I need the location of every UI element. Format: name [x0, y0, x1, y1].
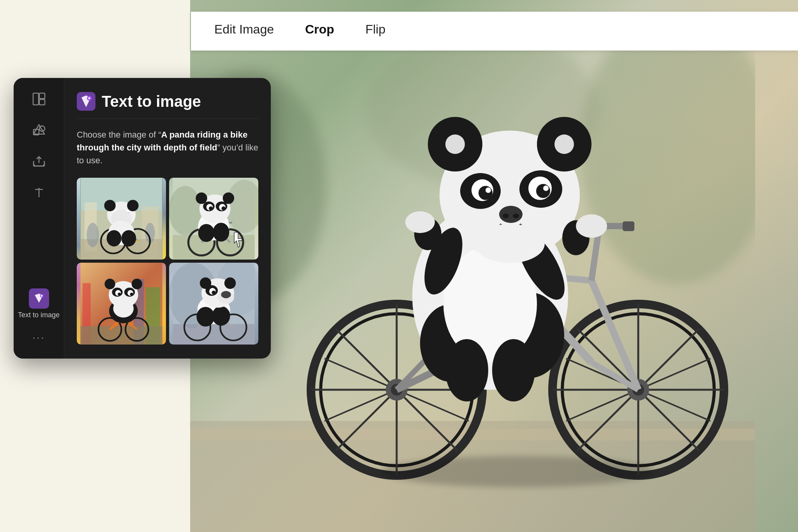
main-panda-image: [190, 31, 755, 532]
panel-header: Text to image: [77, 92, 258, 111]
panel-content: Text to image Choose the image of “A pan…: [64, 78, 271, 359]
sidebar-item-text-to-image[interactable]: Text to image: [15, 285, 63, 323]
svg-point-62: [503, 214, 509, 218]
svg-point-155: [104, 279, 115, 289]
sidebar-item-text[interactable]: [27, 181, 51, 204]
svg-point-52: [554, 134, 574, 154]
svg-point-111: [122, 230, 136, 246]
tab-flip[interactable]: Flip: [365, 22, 386, 40]
svg-point-58: [536, 184, 550, 198]
panel-description: Choose the image of “A panda riding a bi…: [77, 128, 258, 167]
svg-point-133: [223, 193, 234, 204]
svg-point-176: [221, 291, 231, 298]
svg-point-123: [198, 224, 215, 242]
image-option-4[interactable]: [169, 263, 258, 345]
svg-point-153: [118, 293, 121, 296]
left-panel: Text to image ... Text to image Choose: [14, 78, 271, 359]
svg-point-156: [132, 279, 142, 289]
image-option-1[interactable]: [77, 178, 166, 260]
cursor-pointer: [231, 232, 247, 248]
svg-rect-35: [623, 221, 634, 231]
svg-point-73: [381, 456, 654, 487]
svg-point-57: [478, 186, 493, 200]
svg-point-131: [221, 207, 226, 211]
edit-toolbar: Edit Image Crop Flip: [191, 12, 798, 51]
tab-edit-image[interactable]: Edit Image: [214, 22, 274, 40]
svg-point-51: [445, 134, 465, 154]
svg-point-132: [196, 193, 207, 204]
image-grid: [77, 178, 258, 345]
svg-point-69: [405, 211, 435, 233]
panel-title: Text to image: [102, 93, 201, 110]
tab-crop[interactable]: Crop: [305, 22, 334, 40]
svg-point-130: [209, 207, 213, 211]
svg-point-167: [196, 307, 214, 326]
svg-point-174: [224, 277, 236, 289]
svg-point-172: [212, 290, 216, 295]
svg-point-61: [499, 206, 523, 223]
svg-point-70: [445, 339, 488, 401]
image-option-3[interactable]: [77, 263, 166, 345]
svg-point-124: [213, 223, 229, 242]
image-option-2[interactable]: [169, 178, 258, 260]
svg-point-71: [492, 339, 535, 401]
icon-sidebar: Text to image ...: [14, 78, 64, 359]
svg-point-107: [104, 200, 115, 211]
text-to-image-label: Text to image: [18, 311, 60, 320]
svg-point-173: [200, 277, 211, 289]
svg-point-114: [169, 186, 201, 235]
sidebar-item-layout[interactable]: [27, 87, 51, 111]
more-options-button[interactable]: ...: [32, 329, 45, 341]
sidebar-item-shapes[interactable]: [27, 118, 51, 142]
panel-icon: [77, 92, 95, 111]
svg-point-63: [513, 214, 519, 218]
svg-point-66: [576, 214, 607, 238]
svg-point-91: [87, 223, 99, 247]
svg-rect-76: [39, 99, 45, 105]
text-to-image-icon: [29, 288, 49, 309]
svg-rect-74: [33, 93, 39, 105]
svg-point-110: [107, 230, 122, 246]
svg-point-168: [212, 306, 230, 325]
svg-rect-75: [39, 93, 45, 99]
svg-point-1: [580, 31, 755, 285]
svg-point-60: [543, 186, 549, 191]
svg-point-108: [127, 200, 138, 211]
sidebar-item-upload[interactable]: [27, 150, 51, 173]
divider: [77, 118, 258, 119]
svg-point-59: [486, 187, 491, 193]
svg-point-154: [130, 293, 133, 296]
svg-point-72: [475, 224, 545, 263]
main-background: [190, 0, 798, 532]
